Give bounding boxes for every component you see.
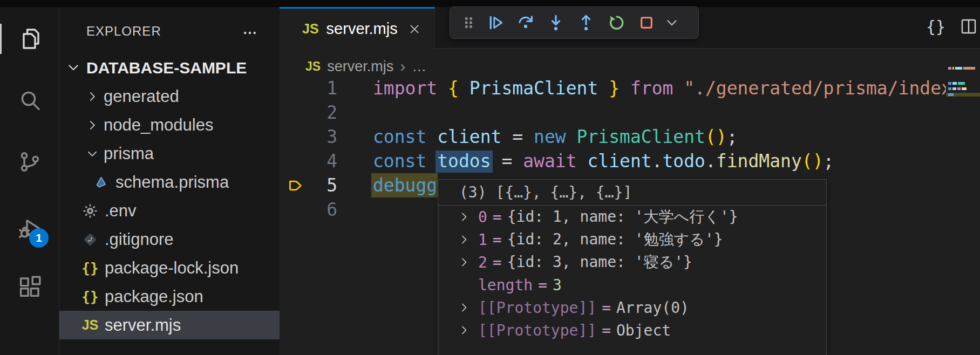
js-file-icon: JS: [82, 316, 98, 334]
code-token: "./generated/prisma/index: [684, 78, 952, 99]
popup-var-name: length: [478, 276, 533, 294]
minimap[interactable]: [946, 64, 980, 145]
chevron-right-icon[interactable]: [458, 233, 471, 246]
activity-item-search[interactable]: [0, 75, 59, 127]
equals-sign: =: [602, 322, 611, 339]
chevron-down-icon: [85, 147, 99, 161]
continue-button[interactable]: [480, 10, 511, 36]
gear-file-icon: [82, 203, 98, 219]
tree-item-label: package.json: [105, 287, 203, 306]
equals-sign: =: [602, 299, 611, 317]
chevron-right-icon[interactable]: [458, 210, 471, 223]
split-editor-icon[interactable]: [959, 17, 978, 36]
code-token: const: [373, 126, 426, 147]
code-token: ;: [824, 151, 834, 172]
code-token: client: [437, 126, 501, 147]
popup-row-0[interactable]: 0={id: 1, name: '大学へ行く'}: [438, 206, 826, 228]
code-token: [437, 78, 448, 99]
breadcrumb-symbol[interactable]: …: [412, 58, 426, 75]
extensions-icon: [17, 274, 43, 300]
popup-var-name: 1: [478, 231, 487, 249]
more-actions-icon[interactable]: [242, 25, 258, 41]
tab-label: server.mjs: [326, 20, 398, 38]
code-token: [491, 151, 502, 172]
code-token: new: [534, 126, 566, 147]
restart-button[interactable]: [601, 10, 631, 36]
tree-item-schema-prisma[interactable]: schema.prisma: [59, 168, 280, 196]
braces-icon[interactable]: {}: [926, 17, 945, 36]
stop-button[interactable]: [631, 10, 662, 36]
popup-row--prototype-[interactable]: [[Prototype]]=Object: [438, 319, 826, 342]
code-line-3: const client = new PrismaClient();: [280, 125, 980, 149]
popup-var-value: Array(0): [616, 299, 689, 317]
step-out-button[interactable]: [571, 10, 601, 36]
tree-item--gitignore[interactable]: .gitignore: [59, 225, 280, 254]
code-token: const: [373, 151, 426, 172]
popup-row--prototype-[interactable]: [[Prototype]]=Array(0): [438, 296, 826, 319]
source-control-icon: [17, 149, 43, 175]
code-token: {: [448, 78, 459, 99]
explorer-sidebar: EXPLORER DATABASE-SAMPLE generatednode_m…: [59, 7, 280, 355]
tree-item-label: prisma: [104, 144, 154, 163]
editor-group: JS server.mjs JS server.mjs › … 1import …: [280, 7, 980, 355]
tree-item-label: generated: [104, 87, 179, 106]
activity-bar: 1: [0, 7, 59, 355]
chevron-right-icon: ›: [400, 57, 405, 76]
tree-item-node-modules[interactable]: node_modules: [59, 111, 280, 139]
close-icon[interactable]: [407, 22, 421, 36]
restart-icon: [607, 13, 626, 32]
activity-item-extensions[interactable]: [0, 261, 59, 313]
tree-item-generated[interactable]: generated: [59, 82, 280, 111]
code-line-4: const todos = await client.todo.findMany…: [280, 149, 980, 173]
popup-var-value: {id: 1, name: '大学へ行く'}: [507, 207, 738, 227]
chevron-right-icon[interactable]: [458, 301, 471, 314]
popup-row-2[interactable]: 2={id: 3, name: '寝る'}: [438, 251, 826, 274]
code-token: (: [802, 151, 813, 172]
step-over-button[interactable]: [511, 10, 541, 36]
code-token: [523, 126, 534, 147]
tree-item-package-lock-json[interactable]: {}package-lock.json: [59, 254, 280, 282]
popup-var-name: [[Prototype]]: [478, 299, 596, 317]
tree-root-database-sample[interactable]: DATABASE-SAMPLE: [59, 54, 280, 82]
chevron-down-icon: [664, 15, 679, 30]
code-token: [566, 126, 577, 147]
activity-item-source-control[interactable]: [0, 136, 59, 188]
popup-row-1[interactable]: 1={id: 2, name: '勉強する'}: [438, 228, 826, 251]
tree-item--env[interactable]: .env: [59, 196, 280, 225]
popup-row-length[interactable]: length=3: [438, 274, 826, 296]
tree-item-prisma[interactable]: prisma: [59, 139, 280, 168]
tab-server-mjs[interactable]: JS server.mjs: [280, 7, 435, 49]
code-line-1: import { PrismaClient } from "./generate…: [280, 76, 980, 100]
popup-var-value: 3: [553, 276, 562, 294]
code-token: [577, 151, 588, 172]
tree-item-package-json[interactable]: {}package.json: [59, 282, 280, 311]
code-token: client: [587, 151, 651, 172]
close-icon[interactable]: [407, 22, 421, 36]
tree-item-server-mjs[interactable]: JSserver.mjs: [59, 311, 280, 339]
code-token: [598, 78, 609, 99]
code-token: [459, 78, 469, 99]
code-token: [501, 126, 512, 147]
debug-value-popup: (3) [{…}, {…}, {…}] 0={id: 1, name: '大学へ…: [438, 179, 827, 355]
step-into-icon: [546, 13, 566, 32]
chevron-right-icon[interactable]: [458, 324, 471, 337]
code-token: from: [630, 78, 673, 99]
debug-toolbar: [450, 6, 699, 39]
breadcrumb-file[interactable]: server.mjs: [327, 58, 393, 75]
code-token: [620, 78, 630, 99]
chevron-right-icon: [85, 90, 99, 104]
activity-item-run-debug[interactable]: 1: [0, 202, 59, 254]
drag-handle-button[interactable]: [457, 10, 480, 36]
debug-badge: 1: [29, 228, 49, 248]
code-token: [426, 126, 437, 147]
step-into-button[interactable]: [541, 10, 571, 36]
more-actions-icon[interactable]: [242, 25, 258, 41]
continue-icon: [486, 13, 505, 32]
popup-var-name: 0: [478, 208, 487, 226]
activity-item-explorer[interactable]: [0, 13, 59, 65]
chevron-right-icon[interactable]: [458, 256, 471, 269]
equals-sign: =: [493, 208, 502, 226]
more-button[interactable]: [662, 10, 682, 36]
json-file-icon: {}: [82, 259, 98, 277]
split-editor-icon[interactable]: [959, 17, 978, 36]
